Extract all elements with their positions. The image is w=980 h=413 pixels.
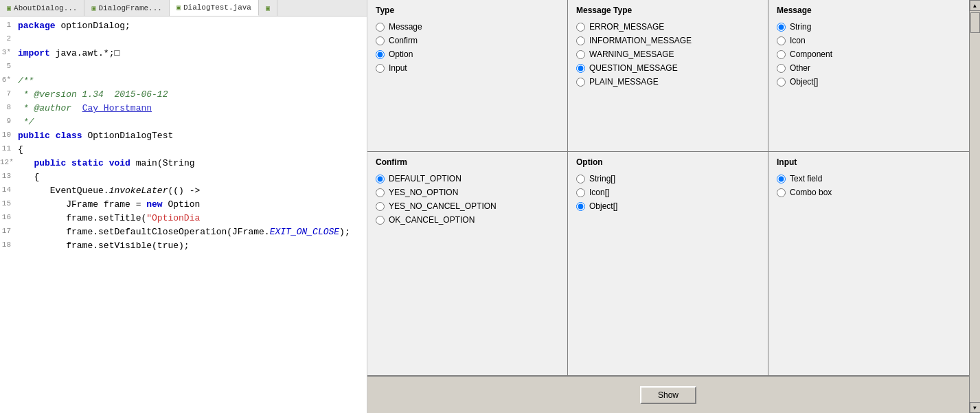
mt-question-radio[interactable] xyxy=(576,64,585,73)
inp-text-radio[interactable] xyxy=(777,175,786,183)
mt-info-label: INFORMATION_MESSAGE xyxy=(589,36,692,45)
type-section: Type Message Confirm Option Input xyxy=(367,0,568,151)
type-option-radio[interactable] xyxy=(376,50,385,59)
option-section-title: Option xyxy=(576,157,760,168)
msg-component-option[interactable]: Component xyxy=(777,49,961,59)
code-line-5: 5 xyxy=(0,60,367,74)
type-input-radio[interactable] xyxy=(376,64,385,73)
mt-warning-radio[interactable] xyxy=(576,50,585,59)
msg-other-radio[interactable] xyxy=(777,64,786,73)
code-editor-panel: ▣ AboutDialog... ▣ DialogFrame... ▣ Dial… xyxy=(0,0,367,413)
inp-text-label: Text field xyxy=(790,174,822,183)
msg-component-radio[interactable] xyxy=(777,50,786,59)
button-row: Show xyxy=(367,375,969,413)
message-section-title: Message xyxy=(777,5,961,16)
msg-object-label: Object[] xyxy=(790,77,818,87)
code-line-11: 11 { xyxy=(0,143,367,157)
tab-extra[interactable]: ▣ xyxy=(259,0,277,16)
msg-other-option[interactable]: Other xyxy=(777,63,961,73)
conf-yes-no-option[interactable]: YES_NO_OPTION xyxy=(376,188,559,197)
msg-object-option[interactable]: Object[] xyxy=(777,77,961,87)
msg-other-label: Other xyxy=(790,63,810,73)
code-line-8: 8 * @author Cay Horstmann xyxy=(0,102,367,115)
conf-default-label: DEFAULT_OPTION xyxy=(389,174,461,183)
opt-icon-arr-label: Icon[] xyxy=(589,188,609,197)
mt-info-radio[interactable] xyxy=(576,36,585,45)
opt-object-arr-radio[interactable] xyxy=(576,202,585,211)
tab-dialog-frame[interactable]: ▣ DialogFrame... xyxy=(84,0,169,16)
type-message-option[interactable]: Message xyxy=(376,22,559,32)
conf-yes-no-radio[interactable] xyxy=(376,188,385,197)
code-line-14: 14 EventQueue.invokeLater(() -> xyxy=(0,184,367,198)
type-section-title: Type xyxy=(376,5,559,16)
conf-yes-no-label: YES_NO_OPTION xyxy=(389,188,458,197)
tab-dialog-test[interactable]: ▣ DialogTest.java xyxy=(170,0,259,16)
type-confirm-radio[interactable] xyxy=(376,36,385,45)
msg-string-option[interactable]: String xyxy=(777,22,961,32)
mt-error-option[interactable]: ERROR_MESSAGE xyxy=(576,22,760,32)
msg-icon-radio[interactable] xyxy=(777,36,786,45)
tab-icon-test: ▣ xyxy=(176,3,181,12)
options-main: Type Message Confirm Option Input xyxy=(367,0,969,413)
conf-ok-cancel-label: OK_CANCEL_OPTION xyxy=(389,215,475,225)
opt-icon-arr-option[interactable]: Icon[] xyxy=(576,188,760,197)
mt-plain-radio[interactable] xyxy=(576,78,585,87)
mt-question-option[interactable]: QUESTION_MESSAGE xyxy=(576,63,760,73)
msg-icon-label: Icon xyxy=(790,36,806,45)
scroll-thumb[interactable] xyxy=(970,12,980,33)
opt-icon-arr-radio[interactable] xyxy=(576,188,585,197)
msg-icon-option[interactable]: Icon xyxy=(777,36,961,45)
msg-string-radio[interactable] xyxy=(777,23,786,32)
type-confirm-option[interactable]: Confirm xyxy=(376,36,559,45)
conf-default-radio[interactable] xyxy=(376,175,385,183)
scroll-up-arrow[interactable]: ▲ xyxy=(970,0,981,11)
conf-yes-no-cancel-option[interactable]: YES_NO_CANCEL_OPTION xyxy=(376,201,559,211)
mt-info-option[interactable]: INFORMATION_MESSAGE xyxy=(576,36,760,45)
confirm-section: Confirm DEFAULT_OPTION YES_NO_OPTION YES… xyxy=(367,152,568,375)
scroll-down-arrow[interactable]: ▼ xyxy=(970,402,981,413)
message-section: Message String Icon Component Other xyxy=(768,0,969,151)
opt-object-arr-option[interactable]: Object[] xyxy=(576,201,760,211)
conf-yes-no-cancel-label: YES_NO_CANCEL_OPTION xyxy=(389,201,497,211)
mt-warning-option[interactable]: WARNING_MESSAGE xyxy=(576,49,760,59)
tab-icon-extra: ▣ xyxy=(266,4,270,12)
type-option-option[interactable]: Option xyxy=(376,49,559,59)
code-line-15: 15 JFrame frame = new Option xyxy=(0,198,367,212)
type-option-label: Option xyxy=(389,49,413,59)
code-line-10: 10 public class OptionDialogTest xyxy=(0,129,367,143)
option-section: Option String[] Icon[] Object[] xyxy=(568,152,768,375)
tab-about-dialog[interactable]: ▣ AboutDialog... xyxy=(0,0,84,16)
mt-error-radio[interactable] xyxy=(576,23,585,32)
mt-warning-label: WARNING_MESSAGE xyxy=(589,49,674,59)
show-button[interactable]: Show xyxy=(640,386,696,404)
mt-plain-option[interactable]: PLAIN_MESSAGE xyxy=(576,77,760,87)
opt-object-arr-label: Object[] xyxy=(589,201,617,211)
type-input-option[interactable]: Input xyxy=(376,63,559,73)
opt-string-arr-radio[interactable] xyxy=(576,175,585,183)
right-panel: Type Message Confirm Option Input xyxy=(367,0,980,413)
code-line-13: 13 { xyxy=(0,170,367,184)
confirm-section-title: Confirm xyxy=(376,157,559,168)
options-bottom-grid: Confirm DEFAULT_OPTION YES_NO_OPTION YES… xyxy=(367,152,969,375)
code-line-12: 12* public static void main(String xyxy=(0,157,367,170)
type-message-radio[interactable] xyxy=(376,23,385,32)
input-section: Input Text field Combo box xyxy=(768,152,969,375)
options-top-grid: Type Message Confirm Option Input xyxy=(367,0,969,152)
conf-ok-cancel-option[interactable]: OK_CANCEL_OPTION xyxy=(376,215,559,225)
conf-yes-no-cancel-radio[interactable] xyxy=(376,202,385,211)
msg-object-radio[interactable] xyxy=(777,78,786,87)
conf-default-option[interactable]: DEFAULT_OPTION xyxy=(376,174,559,183)
inp-combo-radio[interactable] xyxy=(777,188,786,197)
msg-string-label: String xyxy=(790,22,811,32)
opt-string-arr-option[interactable]: String[] xyxy=(576,174,760,183)
vertical-scrollbar[interactable]: ▲ ▼ xyxy=(969,0,980,413)
type-confirm-label: Confirm xyxy=(389,36,418,45)
conf-ok-cancel-radio[interactable] xyxy=(376,216,385,225)
type-input-label: Input xyxy=(389,63,407,73)
inp-combo-option[interactable]: Combo box xyxy=(777,188,961,197)
inp-text-option[interactable]: Text field xyxy=(777,174,961,183)
code-content: 1 package optionDialog; 2 3* import java… xyxy=(0,16,367,256)
mt-question-label: QUESTION_MESSAGE xyxy=(589,63,678,73)
tab-icon-about: ▣ xyxy=(7,4,11,12)
code-line-9: 9 */ xyxy=(0,115,367,129)
